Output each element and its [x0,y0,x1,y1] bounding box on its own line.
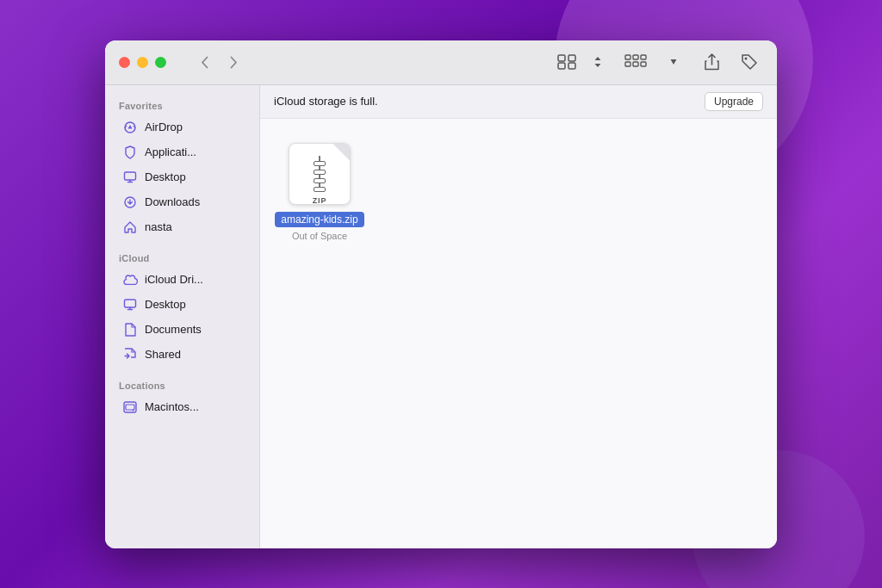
close-button[interactable] [119,57,130,68]
applications-label: Applicati... [145,145,196,158]
gallery-view-button[interactable] [622,48,649,76]
shared-icon [122,347,138,362]
icloud-banner: iCloud storage is full. Upgrade [260,85,777,119]
svg-rect-4 [625,55,630,59]
title-bar [105,40,777,85]
macintosh-hd-label: Macintos... [145,400,199,413]
back-button[interactable] [192,50,216,74]
sidebar-item-shared[interactable]: Shared [110,343,254,367]
svg-point-17 [133,409,134,411]
harddrive-icon [122,399,138,415]
icloud-drive-label: iCloud Dri... [145,273,203,286]
maximize-button[interactable] [155,57,166,68]
documents-icon [122,322,138,337]
sidebar-item-macintosh-hd[interactable]: Macintos... [110,395,254,419]
icloud-desktop-label: Desktop [145,298,186,311]
grid-view-button[interactable] [553,48,581,76]
traffic-lights [119,57,166,68]
svg-rect-7 [625,62,630,66]
icloud-banner-text: iCloud storage is full. [274,95,378,108]
file-item-zip[interactable]: ZIP amazing-kids.zip Out of Space [281,139,358,241]
sidebar-item-icloud-desktop[interactable]: Desktop [110,293,254,317]
sidebar: Favorites AirDrop [105,85,260,548]
file-subtitle: Out of Space [292,231,347,241]
svg-rect-1 [568,55,575,61]
svg-rect-0 [558,55,565,61]
svg-rect-5 [633,55,638,59]
svg-rect-2 [558,63,565,69]
svg-point-10 [745,58,748,60]
view-options-button[interactable] [584,48,612,76]
svg-rect-3 [568,63,575,69]
downloads-icon [122,195,138,210]
svg-rect-9 [641,62,646,66]
svg-rect-14 [125,300,136,307]
minimize-button[interactable] [137,57,148,68]
sidebar-item-airdrop[interactable]: AirDrop [110,115,254,139]
locations-section-label: Locations [105,375,259,394]
sidebar-item-icloud-drive[interactable]: iCloud Dri... [110,268,254,292]
sidebar-item-documents[interactable]: Documents [110,318,254,342]
desktop-label: Desktop [145,170,186,183]
upgrade-button[interactable]: Upgrade [705,92,763,111]
icloud-section-label: iCloud [105,248,259,267]
icloud-icon [122,272,138,288]
forward-button[interactable] [221,50,245,74]
documents-label: Documents [145,323,202,336]
share-button[interactable] [698,48,725,76]
file-name: amazing-kids.zip [275,212,363,227]
svg-rect-6 [641,55,646,59]
sidebar-item-desktop[interactable]: Desktop [110,165,254,189]
view-dropdown-arrow[interactable] [660,48,687,76]
sidebar-item-nasta[interactable]: nasta [110,215,254,239]
desktop-icon [122,170,138,185]
file-grid: ZIP amazing-kids.zip Out of Space [260,119,777,548]
svg-rect-12 [125,172,136,180]
zip-icon-wrapper: ZIP [285,139,354,208]
applications-icon [122,145,138,160]
home-icon [122,220,138,235]
airdrop-icon [122,120,138,135]
tag-button[interactable] [736,48,763,76]
main-layout: Favorites AirDrop [105,85,777,548]
favorites-section-label: Favorites [105,96,259,115]
sidebar-item-downloads[interactable]: Downloads [110,190,254,214]
shared-label: Shared [145,348,181,361]
svg-rect-16 [126,405,134,410]
content-area: iCloud storage is full. Upgrade [260,85,777,548]
nasta-label: nasta [145,220,172,233]
svg-rect-8 [633,62,638,66]
sidebar-item-applications[interactable]: Applicati... [110,140,254,164]
downloads-label: Downloads [145,195,200,208]
airdrop-label: AirDrop [145,121,183,133]
icloud-desktop-icon [122,297,138,313]
zip-type-label: ZIP [313,196,327,205]
view-switcher [553,48,612,76]
toolbar-right [553,48,763,76]
nav-buttons [192,50,245,74]
finder-window: Favorites AirDrop [105,40,777,548]
